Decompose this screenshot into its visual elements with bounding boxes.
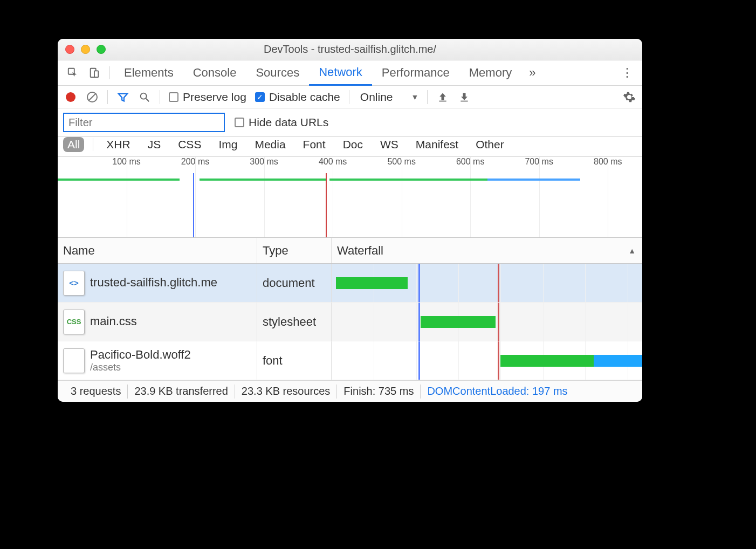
devtools-window: DevTools - trusted-sailfish.glitch.me/ E… — [58, 39, 642, 402]
svg-rect-8 — [461, 100, 468, 101]
status-transferred: 23.9 KB transferred — [128, 385, 234, 397]
filter-icon[interactable] — [116, 91, 129, 104]
type-filter-css[interactable]: CSS — [174, 137, 205, 152]
type-filter-row: AllXHRJSCSSImgMediaFontDocWSManifestOthe… — [58, 137, 642, 157]
sort-indicator-icon: ▲ — [628, 246, 636, 255]
window-maximize-button[interactable] — [97, 45, 106, 54]
load-marker — [498, 264, 499, 302]
request-type: document — [257, 264, 332, 302]
tab-performance[interactable]: Performance — [372, 61, 459, 85]
column-waterfall-label: Waterfall — [337, 244, 383, 258]
waterfall-bar — [336, 277, 408, 289]
status-domcontentloaded: DOMContentLoaded: 197 ms — [421, 385, 574, 397]
type-filter-img[interactable]: Img — [214, 137, 242, 152]
request-name: main.css — [90, 314, 137, 328]
css-file-icon: CSS — [63, 310, 85, 334]
disable-cache-checkbox[interactable]: ✓ Disable cache — [255, 91, 340, 104]
tab-sources[interactable]: Sources — [246, 61, 309, 85]
waterfall-cell — [332, 303, 642, 341]
device-toolbar-icon[interactable] — [84, 60, 105, 85]
svg-point-5 — [141, 93, 147, 99]
waterfall-cell — [332, 264, 642, 302]
type-filter-font[interactable]: Font — [299, 137, 330, 152]
overview-bar — [58, 179, 180, 181]
inspect-element-icon[interactable] — [62, 60, 84, 85]
waterfall-bar — [500, 355, 593, 367]
preserve-log-checkbox[interactable]: Preserve log — [169, 91, 246, 104]
status-resources: 23.3 KB resources — [235, 385, 337, 397]
type-filter-media[interactable]: Media — [250, 137, 290, 152]
svg-line-6 — [146, 98, 149, 101]
window-close-button[interactable] — [65, 45, 74, 54]
tab-network[interactable]: Network — [309, 60, 372, 86]
throttling-select[interactable]: Online ▼ — [360, 91, 419, 104]
tab-console[interactable]: Console — [183, 61, 246, 85]
request-table-header: Name Type Waterfall ▲ — [58, 238, 642, 264]
disable-cache-label: Disable cache — [269, 91, 340, 104]
search-icon[interactable] — [138, 91, 151, 104]
clear-button[interactable] — [86, 91, 99, 104]
dcl-marker — [418, 341, 420, 380]
overview-bar — [200, 179, 326, 181]
request-row[interactable]: <>trusted-sailfish.glitch.medocument — [58, 264, 642, 303]
hide-data-urls-label: Hide data URLs — [249, 116, 328, 129]
settings-icon[interactable] — [623, 91, 636, 104]
load-marker — [498, 341, 499, 380]
title-bar: DevTools - trusted-sailfish.glitch.me/ — [58, 39, 642, 60]
kebab-menu-icon[interactable]: ⋮ — [616, 60, 638, 85]
tab-elements[interactable]: Elements — [114, 61, 183, 85]
request-type: font — [257, 341, 332, 380]
waterfall-cell — [332, 341, 642, 380]
overview-domcontentloaded-line — [193, 173, 194, 237]
overview-load-line — [326, 173, 327, 237]
timeline-overview[interactable]: 100 ms200 ms300 ms400 ms500 ms600 ms700 … — [58, 157, 642, 238]
waterfall-bar — [594, 355, 642, 367]
column-waterfall[interactable]: Waterfall ▲ — [332, 238, 642, 263]
filter-input[interactable] — [63, 113, 225, 132]
column-name[interactable]: Name — [58, 238, 257, 263]
chevron-down-icon: ▼ — [411, 93, 419, 101]
overview-bar — [487, 179, 580, 181]
file-file-icon — [63, 348, 85, 373]
type-filter-ws[interactable]: WS — [376, 137, 403, 152]
dcl-marker — [418, 264, 420, 302]
column-type[interactable]: Type — [257, 238, 332, 263]
type-filter-xhr[interactable]: XHR — [102, 137, 134, 152]
type-filter-manifest[interactable]: Manifest — [411, 137, 463, 152]
status-bar: 3 requests 23.9 KB transferred 23.3 KB r… — [58, 380, 642, 402]
hide-data-urls-checkbox[interactable]: Hide data URLs — [235, 116, 328, 129]
preserve-log-label: Preserve log — [183, 91, 246, 104]
status-requests: 3 requests — [64, 385, 127, 397]
dcl-marker — [418, 303, 420, 341]
download-har-icon[interactable] — [458, 91, 471, 104]
type-filter-other[interactable]: Other — [471, 137, 508, 152]
panel-tabs: Elements Console Sources Network Perform… — [58, 60, 642, 86]
request-row[interactable]: Pacifico-Bold.woff2/assetsfont — [58, 341, 642, 380]
status-finish: Finish: 735 ms — [337, 385, 420, 397]
type-filter-doc[interactable]: Doc — [339, 137, 367, 152]
record-button[interactable] — [64, 91, 77, 104]
tab-memory[interactable]: Memory — [459, 61, 521, 85]
request-type: stylesheet — [257, 303, 332, 341]
request-name: trusted-sailfish.glitch.me — [90, 276, 217, 290]
svg-line-4 — [88, 93, 96, 101]
load-marker — [498, 303, 499, 341]
more-tabs-icon[interactable]: » — [521, 60, 543, 85]
svg-rect-7 — [439, 100, 446, 101]
throttling-value: Online — [360, 91, 393, 104]
type-filter-all[interactable]: All — [63, 137, 84, 152]
window-minimize-button[interactable] — [81, 45, 90, 54]
window-title: DevTools - trusted-sailfish.glitch.me/ — [58, 43, 642, 56]
filter-row: Hide data URLs — [58, 108, 642, 137]
doc-file-icon: <> — [63, 271, 85, 296]
svg-rect-2 — [94, 71, 98, 77]
type-filter-js[interactable]: JS — [143, 137, 166, 152]
overview-bar — [329, 179, 487, 181]
request-path: /assets — [90, 362, 191, 374]
request-row[interactable]: CSSmain.cssstylesheet — [58, 303, 642, 341]
request-name: Pacifico-Bold.woff2 — [90, 348, 191, 362]
network-toolbar: Preserve log ✓ Disable cache Online ▼ — [58, 86, 642, 108]
waterfall-bar — [421, 316, 496, 328]
upload-har-icon[interactable] — [436, 91, 449, 104]
request-table-body: <>trusted-sailfish.glitch.medocumentCSSm… — [58, 264, 642, 380]
